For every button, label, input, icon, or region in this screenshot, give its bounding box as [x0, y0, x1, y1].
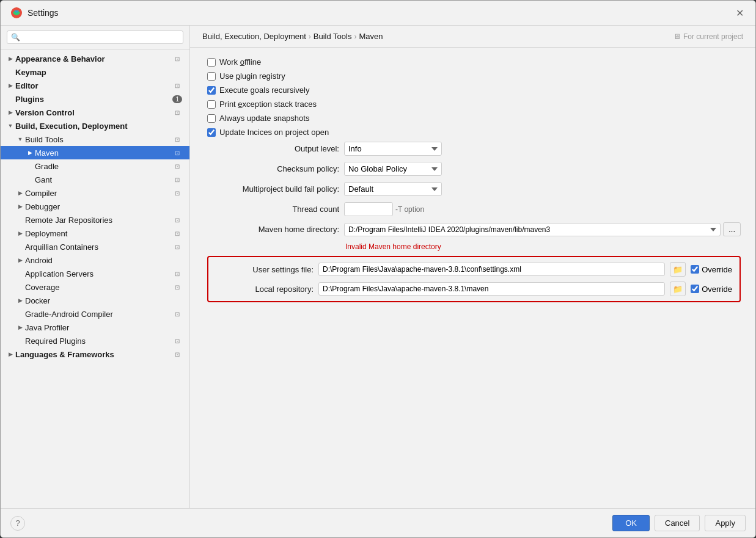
- expand-arrow-gant: [25, 175, 35, 184]
- user-settings-input[interactable]: [318, 263, 665, 276]
- sidebar-item-label-build-exec: Build, Execution, Deployment: [15, 122, 185, 131]
- copy-icon-gant: ⊡: [172, 175, 182, 184]
- sidebar-item-deployment[interactable]: ▶ Deployment ⊡: [1, 227, 189, 240]
- sidebar-item-version-control[interactable]: ▶ Version Control ⊡: [1, 106, 189, 119]
- sidebar-item-debugger[interactable]: ▶ Debugger: [1, 200, 189, 213]
- sidebar-item-gant[interactable]: Gant ⊡: [1, 173, 189, 186]
- user-settings-override-wrapper: Override: [691, 265, 732, 274]
- app-icon: [10, 7, 23, 19]
- sidebar-item-coverage[interactable]: Coverage ⊡: [1, 280, 189, 294]
- sidebar: 🔍 ▶ Appearance & Behavior ⊡ Keymap: [1, 26, 190, 508]
- help-button[interactable]: ?: [10, 516, 25, 531]
- expand-arrow-gradle-android: [15, 309, 25, 319]
- right-panel: Build, Execution, Deployment › Build Too…: [190, 26, 755, 508]
- sidebar-item-build-exec[interactable]: ▼ Build, Execution, Deployment: [1, 119, 189, 133]
- sidebar-item-label-appearance: Appearance & Behavior: [15, 54, 172, 64]
- sidebar-item-arquillian[interactable]: Arquillian Containers ⊡: [1, 240, 189, 253]
- expand-arrow-remote-jar: [15, 215, 25, 225]
- sidebar-item-required-plugins[interactable]: Required Plugins ⊡: [1, 334, 189, 347]
- breadcrumb-sep1: ›: [309, 32, 311, 41]
- maven-home-wrapper: D:/Program Files/IntelliJ IDEA 2020/plug…: [344, 222, 741, 236]
- form-row-maven-home: Maven home directory: D:/Program Files/I…: [205, 222, 741, 236]
- search-box: 🔍: [1, 26, 189, 49]
- sidebar-item-java-profiler[interactable]: ▶ Java Profiler: [1, 321, 189, 334]
- form-row-output-level: Output level: Info Quiet Debug: [205, 142, 741, 156]
- sidebar-item-gradle-android[interactable]: Gradle-Android Compiler ⊡: [1, 307, 189, 321]
- cancel-button[interactable]: Cancel: [655, 515, 700, 531]
- sidebar-tree: ▶ Appearance & Behavior ⊡ Keymap ▶ Edito…: [1, 49, 189, 508]
- local-repo-override-checkbox[interactable]: [691, 285, 699, 293]
- checkbox-work-offline[interactable]: [207, 58, 216, 67]
- expand-arrow-compiler: ▶: [15, 188, 25, 198]
- checkbox-row-execute-goals: Execute goals recursively: [205, 85, 741, 95]
- sidebar-item-build-tools[interactable]: ▼ Build Tools ⊡: [1, 133, 189, 146]
- sidebar-item-gradle[interactable]: Gradle ⊡: [1, 159, 189, 173]
- sidebar-item-languages[interactable]: ▶ Languages & Frameworks ⊡: [1, 347, 189, 361]
- sidebar-item-remote-jar[interactable]: Remote Jar Repositories ⊡: [1, 213, 189, 227]
- checkbox-label-print-exception[interactable]: Print exception stack traces: [219, 100, 317, 109]
- local-repo-browse-button[interactable]: 📁: [670, 282, 686, 296]
- checkbox-update-indices[interactable]: [207, 128, 216, 137]
- sidebar-item-label-required-plugins: Required Plugins: [25, 336, 172, 346]
- search-input-wrapper[interactable]: 🔍: [7, 31, 183, 44]
- sidebar-item-compiler[interactable]: ▶ Compiler ⊡: [1, 186, 189, 200]
- user-settings-override-label[interactable]: Override: [702, 265, 732, 274]
- thread-count-label: Thread count: [205, 205, 339, 214]
- checkbox-label-execute-goals[interactable]: Execute goals recursively: [219, 85, 309, 95]
- sidebar-item-maven[interactable]: ▶ Maven ⊡: [1, 146, 189, 159]
- expand-arrow-debugger: ▶: [15, 202, 25, 211]
- close-button[interactable]: ✕: [733, 7, 746, 19]
- local-repo-input[interactable]: [318, 282, 665, 296]
- checkbox-execute-goals[interactable]: [207, 86, 216, 95]
- expand-arrow-deployment: ▶: [15, 228, 25, 238]
- ok-button[interactable]: OK: [612, 515, 650, 531]
- sidebar-item-keymap[interactable]: Keymap: [1, 65, 189, 79]
- multiproject-select[interactable]: Default Fail Fast Never Fail: [344, 182, 442, 196]
- sidebar-item-label-gant: Gant: [35, 175, 172, 184]
- checkbox-row-work-offline: Work offline: [205, 57, 741, 67]
- checkbox-label-plugin-registry[interactable]: Use plugin registry: [219, 71, 285, 81]
- checkbox-label-always-update[interactable]: Always update snapshots: [219, 114, 309, 123]
- output-level-field: Info Quiet Debug: [344, 142, 442, 156]
- apply-button[interactable]: Apply: [705, 515, 746, 531]
- checkbox-always-update[interactable]: [207, 114, 216, 123]
- sidebar-item-appearance[interactable]: ▶ Appearance & Behavior ⊡: [1, 52, 189, 65]
- copy-icon-compiler: ⊡: [172, 188, 182, 198]
- checkbox-label-work-offline[interactable]: Work offline: [219, 57, 261, 67]
- for-current-project[interactable]: 🖥 For current project: [673, 32, 743, 41]
- sidebar-item-docker[interactable]: ▶ Docker: [1, 294, 189, 307]
- thread-count-input[interactable]: [344, 202, 393, 216]
- copy-icon-build-tools: ⊡: [172, 134, 182, 144]
- user-settings-browse-button[interactable]: 📁: [670, 262, 686, 277]
- checkbox-print-exception[interactable]: [207, 100, 216, 109]
- sidebar-item-editor[interactable]: ▶ Editor ⊡: [1, 79, 189, 92]
- plugins-badge: 1: [172, 95, 182, 103]
- expand-arrow-build-tools: ▼: [15, 134, 25, 144]
- copy-icon-remote-jar: ⊡: [172, 215, 182, 225]
- multiproject-label: Multiproject build fail policy:: [205, 184, 339, 194]
- bottom-right: OK Cancel Apply: [612, 515, 746, 531]
- sidebar-item-label-maven: Maven: [35, 148, 172, 158]
- sidebar-item-android[interactable]: ▶ Android: [1, 253, 189, 267]
- maven-home-select[interactable]: D:/Program Files/IntelliJ IDEA 2020/plug…: [344, 223, 721, 236]
- expand-arrow-required-plugins: [15, 336, 25, 346]
- search-input[interactable]: [23, 33, 179, 42]
- sidebar-item-plugins[interactable]: Plugins 1: [1, 92, 189, 106]
- monitor-icon: 🖥: [673, 32, 681, 41]
- checksum-select[interactable]: No Global Policy Strict Lax: [344, 162, 442, 176]
- sidebar-item-app-servers[interactable]: Application Servers ⊡: [1, 267, 189, 280]
- title-bar-left: Settings: [10, 7, 59, 19]
- breadcrumb-sep2: ›: [354, 32, 356, 41]
- expand-arrow-maven: ▶: [25, 148, 35, 158]
- sidebar-item-label-coverage: Coverage: [25, 283, 172, 292]
- sidebar-item-label-plugins: Plugins: [15, 95, 172, 104]
- checkbox-label-update-indices[interactable]: Update Incices on project open: [219, 128, 329, 137]
- user-settings-override-checkbox[interactable]: [691, 265, 699, 274]
- checksum-label: Checksum policy:: [205, 164, 339, 173]
- expand-arrow-version-control: ▶: [6, 107, 15, 117]
- maven-home-browse-button[interactable]: ...: [723, 222, 741, 236]
- checkbox-plugin-registry[interactable]: [207, 72, 216, 81]
- local-repo-label: Local repository:: [216, 285, 314, 294]
- local-repo-override-label[interactable]: Override: [702, 285, 732, 294]
- output-level-select[interactable]: Info Quiet Debug: [344, 142, 442, 156]
